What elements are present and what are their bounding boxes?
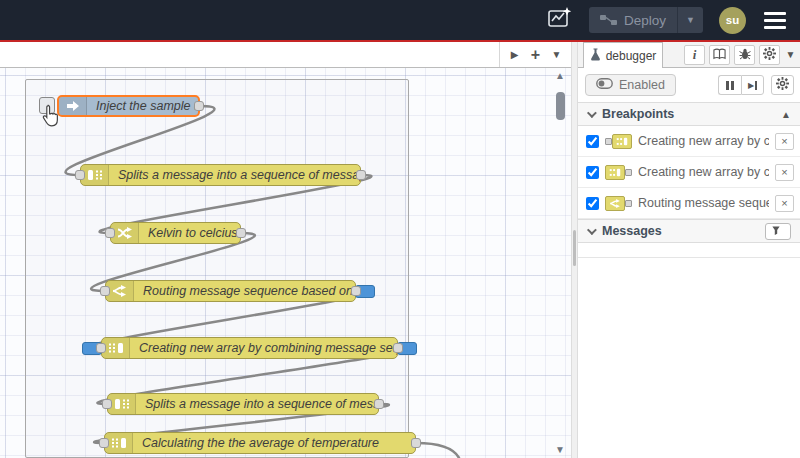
join-icon (102, 338, 130, 358)
ai-assistant-button[interactable] (543, 6, 577, 34)
workspace: ▶ + ▼ Inject the samp (0, 42, 571, 458)
join-node-input-icon (605, 134, 632, 149)
bug-icon (739, 46, 751, 64)
sidebar-tabs-caret-icon[interactable]: ▼ (784, 49, 797, 60)
inject-icon (59, 97, 87, 115)
sidebar-separator[interactable] (571, 42, 578, 458)
deploy-options-caret[interactable]: ▼ (677, 7, 703, 33)
split-icon (81, 165, 109, 185)
funnel-icon (772, 225, 780, 237)
wire[interactable] (416, 443, 461, 458)
node-label: Inject the sample data (87, 97, 198, 115)
messages-section-header[interactable]: Messages (578, 219, 800, 243)
messages-empty-area (578, 243, 800, 258)
flow-list-caret-icon[interactable]: ▼ (546, 45, 567, 65)
gear-icon (763, 46, 776, 64)
node-split[interactable]: Splits a message into a sequence of mess… (107, 393, 379, 415)
flow-tab-bar: ▶ + ▼ (0, 42, 571, 68)
deploy-button[interactable]: Deploy ▼ (589, 7, 703, 33)
chevron-down-icon (587, 225, 597, 235)
breakpoint-checkbox[interactable] (586, 135, 599, 148)
join-node-output-icon (605, 165, 632, 180)
output-port[interactable] (194, 101, 204, 111)
output-port[interactable] (356, 170, 366, 180)
node-split[interactable]: Splits a message into a sequence of mess… (80, 164, 361, 186)
remove-breakpoint-button[interactable]: × (775, 164, 794, 181)
scroll-up-icon[interactable]: ▲ (553, 70, 567, 81)
input-port[interactable] (105, 228, 115, 238)
flow-canvas[interactable]: Inject the sample data Splits a message … (0, 68, 571, 458)
sidebar-tab-icons: i ▼ (684, 45, 800, 65)
user-avatar[interactable]: su (719, 7, 746, 34)
info-icon: i (693, 47, 697, 63)
config-tab-button[interactable] (759, 45, 780, 65)
change-icon (111, 223, 139, 243)
node-change[interactable]: Kelvin to celcius (110, 222, 241, 244)
input-port[interactable] (75, 170, 85, 180)
scroll-down-icon[interactable]: ▼ (553, 444, 567, 455)
debugger-enabled-toggle[interactable]: Enabled (585, 74, 676, 96)
scroll-tabs-right-icon[interactable]: ▶ (504, 45, 525, 65)
tab-debugger[interactable]: debugger (583, 42, 663, 68)
output-port[interactable] (351, 286, 361, 296)
pause-button[interactable] (718, 75, 741, 95)
switch-node-output-icon (605, 196, 632, 211)
breakpoint-label: Routing message sequence based on condit… (638, 196, 769, 210)
add-flow-button[interactable]: + (525, 45, 546, 65)
breakpoints-section-header[interactable]: Breakpoints ▲ (578, 102, 800, 126)
input-port[interactable] (100, 286, 110, 296)
deploy-button-main[interactable]: Deploy (589, 7, 677, 33)
remove-breakpoint-button[interactable]: × (775, 195, 794, 212)
separator-grip[interactable] (573, 230, 576, 266)
debugger-settings-button[interactable] (771, 75, 794, 95)
step-button[interactable]: ▶ (741, 75, 764, 95)
input-port[interactable] (99, 438, 109, 448)
breakpoint-row[interactable]: Creating new array by combining message … (578, 126, 800, 157)
output-port[interactable] (393, 343, 403, 353)
inject-trigger-button[interactable] (39, 97, 55, 114)
info-tab-button[interactable]: i (684, 45, 705, 65)
message-filter-button[interactable] (765, 223, 791, 240)
debugger-toolbar: Enabled ▶ (578, 68, 800, 102)
chevron-down-icon (587, 108, 597, 118)
output-port[interactable] (374, 399, 384, 409)
switch-icon (106, 281, 134, 301)
book-icon (713, 46, 726, 64)
input-port[interactable] (96, 343, 106, 353)
node-switch[interactable]: Routing message sequence based on condit… (105, 280, 356, 302)
vertical-scrollbar-thumb[interactable] (556, 92, 565, 120)
output-port[interactable] (411, 438, 421, 448)
breakpoints-title: Breakpoints (602, 107, 674, 121)
tab-debugger-label: debugger (606, 49, 657, 63)
output-port[interactable] (236, 228, 246, 238)
toggle-icon (596, 78, 613, 92)
breakpoint-row[interactable]: Creating new array by combining message … (578, 157, 800, 188)
breakpoint-checkbox[interactable] (586, 197, 599, 210)
node-join[interactable]: Creating new array by combining message … (101, 337, 398, 359)
node-inject[interactable]: Inject the sample data (57, 95, 200, 117)
node-join[interactable]: Calculating the the average of temperatu… (104, 432, 416, 454)
debug-tab-button[interactable] (734, 45, 755, 65)
breakpoint-row[interactable]: Routing message sequence based on condit… (578, 188, 800, 219)
remove-breakpoint-button[interactable]: × (775, 133, 794, 150)
breakpoint-label: Creating new array by combining message … (638, 134, 769, 148)
help-tab-button[interactable] (709, 45, 730, 65)
debugger-controls: ▶ (718, 75, 794, 95)
node-label: Calculating the the average of temperatu… (133, 433, 415, 453)
flask-icon (590, 48, 601, 64)
enabled-label: Enabled (619, 78, 665, 92)
node-label: Splits a message into a sequence of mess… (136, 394, 378, 414)
sidebar: debugger i ▼ (578, 42, 800, 458)
pause-icon (726, 81, 734, 90)
input-port[interactable] (102, 399, 112, 409)
join-icon (105, 433, 133, 453)
scroll-top-icon[interactable]: ▲ (781, 109, 791, 120)
step-icon: ▶ (748, 81, 757, 90)
node-label: Routing message sequence based on condit… (134, 281, 355, 301)
ai-flow-sparkle-icon (547, 6, 573, 34)
deploy-nodes-icon (600, 12, 617, 29)
breakpoint-checkbox[interactable] (586, 166, 599, 179)
app-header: Deploy ▼ su (0, 0, 800, 40)
main-menu-icon[interactable] (762, 8, 788, 33)
deploy-label: Deploy (624, 13, 666, 28)
